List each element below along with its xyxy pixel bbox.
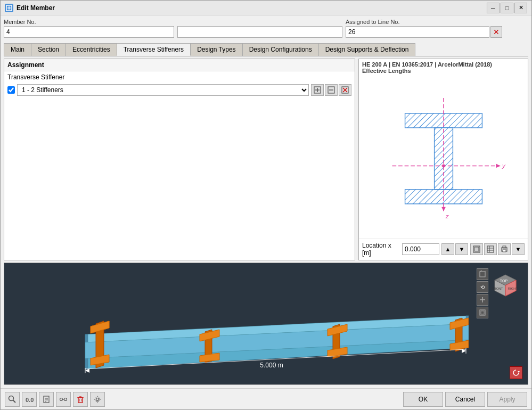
title-bar: Edit Member ─ □ ✕ [1,1,531,15]
svg-text:RIGHT: RIGHT [508,287,518,290]
transverse-stiffener-label: Transverse Stiffener [4,71,355,83]
cancel-button[interactable]: Cancel [445,392,485,407]
svg-point-86 [96,398,99,400]
tab-content-area: Assignment Transverse Stiffener 1 - 2 St… [4,59,528,260]
print-dropdown-button[interactable]: ▼ [512,243,525,255]
main-content: Member No. Assigned to Line No. ✕ Main S… [1,15,531,388]
node-toolbar-button[interactable] [56,392,71,407]
stiffener-checkbox[interactable] [7,86,15,94]
svg-text:0.00: 0.00 [26,397,34,403]
bottom-3d-panel: 5.000 m TOP FRONT RIGHT [4,263,528,385]
svg-text:z: z [445,213,448,219]
svg-line-72 [13,400,16,403]
info-toolbar-button[interactable] [39,392,54,407]
clear-assigned-button[interactable]: ✕ [490,26,502,38]
svg-marker-16 [496,164,500,168]
member-no-label: Member No. [4,19,174,25]
title-bar-left: Edit Member [5,4,55,12]
stiffener-row: 1 - 2 Stiffeners [4,83,355,97]
tab-eccentricities[interactable]: Eccentricities [66,43,117,56]
location-row: Location x [m] ▲ ▼ [359,238,528,260]
view-fit-button[interactable] [477,307,488,318]
assigned-input-row: ✕ [346,26,502,38]
tab-main[interactable]: Main [4,43,31,56]
svg-text:5.000 m: 5.000 m [260,362,283,369]
delete-stiffener-button[interactable] [339,84,351,96]
svg-point-79 [64,398,67,400]
svg-point-21 [442,165,445,168]
table-view-button[interactable] [484,243,497,255]
main-window: Edit Member ─ □ ✕ Member No. Assigned to… [0,0,532,410]
view-buttons: ▼ [470,243,525,255]
assigned-input[interactable] [346,26,489,38]
tab-design-supports[interactable]: Design Supports & Deflection [318,43,416,56]
nav-cube-svg: TOP FRONT RIGHT [489,269,521,301]
stiffener-select[interactable]: 1 - 2 Stiffeners [17,84,309,96]
delete-toolbar-button[interactable] [73,392,88,407]
reset-view-button[interactable] [510,366,522,379]
window-controls: ─ □ ✕ [487,3,527,13]
view-mode-button[interactable] [470,243,483,255]
tab-design-configurations[interactable]: Design Configurations [242,43,319,56]
location-spinner-btns: ▲ ▼ [441,243,468,255]
assigned-label: Assigned to Line No. [346,19,502,25]
search-toolbar-button[interactable] [5,392,20,407]
location-label: Location x [m] [362,242,400,257]
svg-rect-63 [480,272,485,277]
app-icon [5,4,13,12]
close-button[interactable]: ✕ [514,3,527,13]
tab-transverse-stiffeners[interactable]: Transverse Stiffeners [117,43,191,56]
top-fields-row: Member No. Assigned to Line No. ✕ [4,19,528,41]
assigned-group: Assigned to Line No. ✕ [346,19,502,41]
svg-rect-24 [487,246,494,252]
number-toolbar-button[interactable]: 0.00 [22,392,37,407]
section-info-line2: Effective Lengths [362,68,525,74]
svg-point-78 [60,398,63,400]
member-no-group: Member No. [4,19,174,41]
maximize-button[interactable]: □ [501,3,513,13]
svg-point-87 [95,397,100,401]
svg-text:FRONT: FRONT [492,287,503,290]
assignment-title: Assignment [4,59,355,71]
svg-line-65 [485,270,486,272]
view-control-buttons: ⟲ [477,268,488,318]
navigation-cube[interactable]: TOP FRONT RIGHT [489,269,521,303]
cross-section-svg: y z [374,83,513,232]
view-zoom-button[interactable] [477,294,488,306]
svg-text:y: y [502,162,506,169]
section-info-line1: HE 200 A | EN 10365:2017 | ArcelorMittal… [362,61,525,68]
svg-point-71 [9,396,14,400]
edit-stiffener-button[interactable] [325,84,338,96]
svg-text:TOP: TOP [500,279,508,283]
svg-rect-68 [480,310,485,315]
apply-button[interactable]: Apply [487,392,527,407]
member-no-input[interactable] [4,26,174,38]
location-up-button[interactable]: ▲ [441,243,454,255]
tab-design-types[interactable]: Design Types [190,43,243,56]
bottom-toolbar: 0.00 [1,388,531,409]
cross-section-view: y z [359,76,528,238]
svg-rect-30 [503,250,506,252]
section-info-title: HE 200 A | EN 10365:2017 | ArcelorMittal… [359,59,528,76]
spacer-input[interactable] [177,26,342,38]
view-rotate-button[interactable]: ⟲ [477,281,488,293]
add-stiffener-button[interactable] [311,84,324,96]
tab-section[interactable]: Section [31,43,66,56]
right-panel: HE 200 A | EN 10365:2017 | ArcelorMittal… [358,59,528,260]
svg-rect-81 [78,398,83,403]
spacer-group [177,19,342,41]
svg-marker-70 [518,371,520,373]
left-panel: Assignment Transverse Stiffener 1 - 2 St… [4,59,355,260]
view-3d-button[interactable] [477,268,488,280]
ok-button[interactable]: OK [403,392,443,407]
settings-toolbar-button[interactable] [90,392,105,407]
svg-rect-69 [481,311,484,314]
print-button[interactable] [498,243,511,255]
location-input[interactable] [402,243,439,255]
stiffener-buttons [311,84,351,96]
window-title: Edit Member [17,4,55,12]
minimize-button[interactable]: ─ [487,3,500,13]
svg-marker-19 [441,207,446,211]
svg-rect-23 [474,247,479,251]
location-down-button[interactable]: ▼ [455,243,468,255]
